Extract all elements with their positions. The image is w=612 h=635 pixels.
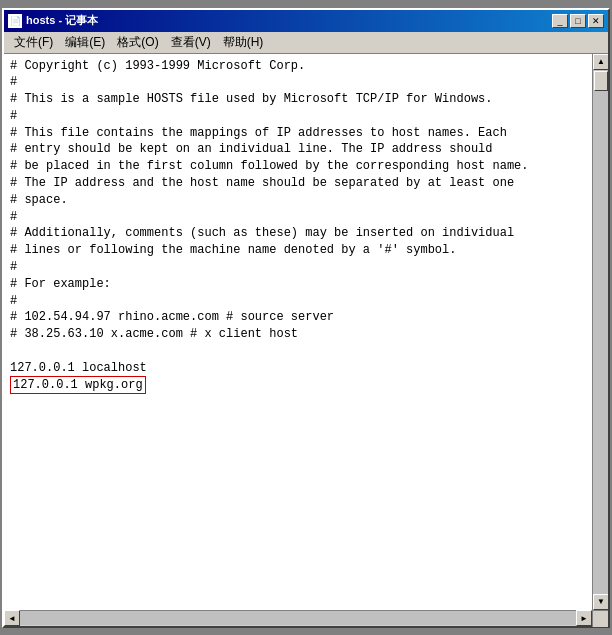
scrollbar-corner — [592, 611, 608, 627]
content-area: # Copyright (c) 1993-1999 Microsoft Corp… — [4, 54, 608, 610]
title-bar-buttons: _ □ ✕ — [552, 14, 604, 28]
scroll-track[interactable] — [593, 70, 608, 594]
h-scroll-track[interactable] — [20, 611, 576, 625]
scroll-thumb[interactable] — [594, 71, 608, 91]
menu-edit[interactable]: 编辑(E) — [59, 32, 111, 53]
scroll-up-button[interactable]: ▲ — [593, 54, 608, 70]
scroll-left-button[interactable]: ◄ — [4, 610, 20, 626]
app-icon: 📄 — [8, 14, 22, 28]
menu-view[interactable]: 查看(V) — [165, 32, 217, 53]
menu-help[interactable]: 帮助(H) — [217, 32, 270, 53]
bottom-bar: ◄ ► — [4, 610, 608, 626]
close-button[interactable]: ✕ — [588, 14, 604, 28]
notepad-window: 📄 hosts - 记事本 _ □ ✕ 文件(F) 编辑(E) 格式(O) 查看… — [2, 8, 610, 628]
maximize-button[interactable]: □ — [570, 14, 586, 28]
scroll-right-button[interactable]: ► — [576, 610, 592, 626]
text-editor[interactable]: # Copyright (c) 1993-1999 Microsoft Corp… — [4, 54, 592, 610]
menu-format[interactable]: 格式(O) — [111, 32, 164, 53]
minimize-button[interactable]: _ — [552, 14, 568, 28]
vertical-scrollbar[interactable]: ▲ ▼ — [592, 54, 608, 610]
horizontal-scrollbar[interactable]: ◄ ► — [4, 611, 592, 626]
title-bar: 📄 hosts - 记事本 _ □ ✕ — [4, 10, 608, 32]
title-bar-left: 📄 hosts - 记事本 — [8, 13, 98, 28]
menu-bar: 文件(F) 编辑(E) 格式(O) 查看(V) 帮助(H) — [4, 32, 608, 54]
menu-file[interactable]: 文件(F) — [8, 32, 59, 53]
scroll-down-button[interactable]: ▼ — [593, 594, 608, 610]
window-title: hosts - 记事本 — [26, 13, 98, 28]
